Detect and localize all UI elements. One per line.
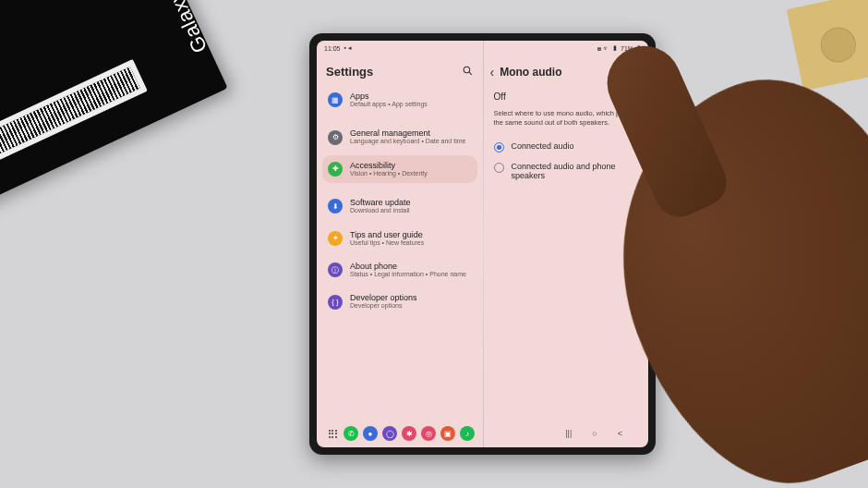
nav-recents[interactable]: ||| — [565, 429, 572, 438]
radio-unchecked-icon — [494, 163, 504, 173]
product-box: Galaxy Z Fold6 — [0, 0, 228, 205]
settings-item-subtitle: Default apps • App settings — [350, 101, 428, 108]
detail-title: Mono audio — [500, 66, 561, 79]
svg-point-0 — [464, 67, 470, 73]
radio-label: Connected audio — [512, 141, 574, 152]
settings-item-about-phone[interactable]: ⓘ About phone Status • Legal information… — [322, 256, 477, 284]
settings-item-tips[interactable]: ✦ Tips and user guide Useful tips • New … — [322, 225, 477, 252]
barcode-label — [0, 59, 148, 162]
signal-icon: ▮ — [613, 44, 617, 52]
spotify-icon[interactable]: ♪ — [460, 426, 475, 441]
box-product-name: Galaxy Z Fold6 — [130, 0, 213, 56]
settings-item-subtitle: Download and install — [350, 207, 411, 214]
settings-item-title: About phone — [350, 262, 466, 271]
toggle-state-label: Off — [494, 92, 506, 102]
settings-item-accessibility[interactable]: ✚ Accessibility Vision • Hearing • Dexte… — [322, 155, 477, 183]
browser-icon[interactable]: ◯ — [382, 426, 397, 441]
lightbulb-icon: ✦ — [328, 231, 343, 246]
settings-item-title: Software update — [350, 198, 411, 207]
wifi-icon: ▤ ᯤ — [597, 45, 609, 52]
settings-item-title: Tips and user guide — [350, 230, 424, 239]
bottom-bar: ✆ ● ◯ ✱ ◎ ▣ ♪ ||| ○ < — [317, 420, 648, 447]
app-red-icon[interactable]: ▣ — [440, 426, 455, 441]
apps-icon: ▦ — [328, 92, 343, 107]
status-bar: 11:05 ▪ ◂ ▤ ᯤ ▮ 71% ▮ — [317, 41, 648, 55]
settings-item-subtitle: Vision • Hearing • Dexterity — [350, 170, 428, 177]
nav-back[interactable]: < — [618, 429, 622, 438]
settings-item-subtitle: Developer options — [350, 302, 417, 310]
settings-item-software-update[interactable]: ⬇ Software update Download and install — [322, 192, 477, 220]
radio-checked-icon — [494, 142, 504, 152]
svg-line-1 — [469, 72, 472, 75]
settings-item-title: Apps — [350, 92, 428, 101]
radio-label: Connected audio and phone speakers — [512, 162, 638, 182]
info-icon: ⓘ — [328, 262, 343, 277]
gear-icon: ⚙ — [328, 130, 343, 145]
camera-icon[interactable]: ◎ — [421, 426, 436, 441]
settings-item-subtitle: Useful tips • New features — [350, 239, 424, 247]
settings-item-subtitle: Language and keyboard • Date and time — [350, 138, 465, 145]
settings-list-panel: Settings ▦ Apps Default apps • App setti… — [317, 55, 483, 420]
accessibility-icon: ✚ — [328, 162, 343, 177]
messages-icon[interactable]: ● — [363, 426, 378, 441]
status-time: 11:05 — [324, 45, 341, 52]
settings-item-title: Developer options — [350, 293, 417, 302]
download-icon: ⬇ — [328, 199, 343, 214]
option-connected-audio[interactable]: Connected audio — [488, 137, 644, 157]
settings-item-title: Accessibility — [350, 161, 428, 170]
asterisk-icon[interactable]: ✱ — [402, 426, 416, 441]
status-indicator-icon: ▪ ◂ — [344, 44, 352, 52]
galaxy-fold-device: 11:05 ▪ ◂ ▤ ᯤ ▮ 71% ▮ Settings — [309, 33, 656, 455]
phone-icon[interactable]: ✆ — [344, 426, 358, 441]
app-dock: ✆ ● ◯ ✱ ◎ ▣ ♪ — [326, 426, 475, 441]
device-screen: 11:05 ▪ ◂ ▤ ᯤ ▮ 71% ▮ Settings — [317, 41, 648, 447]
settings-item-apps[interactable]: ▦ Apps Default apps • App settings — [322, 86, 477, 114]
settings-item-general-management[interactable]: ⚙ General management Language and keyboa… — [322, 123, 477, 151]
settings-item-developer-options[interactable]: { } Developer options Developer options — [322, 287, 477, 315]
braces-icon: { } — [328, 295, 343, 310]
settings-title: Settings — [326, 65, 373, 79]
back-icon[interactable]: ‹ — [490, 65, 495, 79]
search-icon[interactable] — [462, 65, 474, 79]
settings-item-subtitle: Status • Legal information • Phone name — [350, 271, 466, 278]
nav-home[interactable]: ○ — [592, 429, 597, 438]
nav-bar: ||| ○ < — [565, 429, 639, 438]
settings-item-title: General management — [350, 128, 465, 138]
option-connected-audio-and-speakers[interactable]: Connected audio and phone speakers — [488, 157, 644, 187]
app-drawer-icon[interactable] — [326, 427, 339, 440]
desk-clamp — [787, 0, 868, 91]
